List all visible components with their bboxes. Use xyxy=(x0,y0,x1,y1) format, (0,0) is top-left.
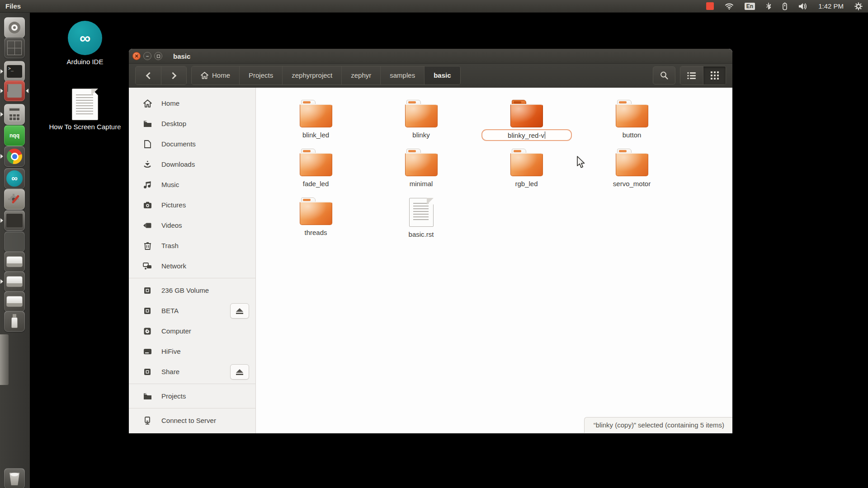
eject-button[interactable] xyxy=(230,303,249,319)
breadcrumb-label: basic xyxy=(434,66,451,84)
file-item-blink_led[interactable]: blink_led xyxy=(263,99,368,148)
sidebar-label: Share xyxy=(161,368,179,375)
launcher-item-chrome[interactable] xyxy=(4,146,25,167)
folder-icon-selected xyxy=(510,104,543,127)
launcher-item-drive-3[interactable] xyxy=(4,291,25,312)
file-item-basic-rst[interactable]: basic.rst xyxy=(368,197,474,246)
launcher-item-drive-2[interactable] xyxy=(4,271,25,292)
recording-indicator-icon[interactable] xyxy=(706,2,714,10)
forward-button[interactable] xyxy=(161,66,186,84)
file-item-servo_motor[interactable]: servo_motor xyxy=(579,148,684,197)
file-item-threads[interactable]: threads xyxy=(263,197,368,246)
sidebar-item-desktop[interactable]: Desktop xyxy=(129,113,255,134)
launcher-item-arduino[interactable]: ∞ xyxy=(4,168,25,189)
clock[interactable]: 1:42 PM xyxy=(818,2,844,10)
sidebar-label: Network xyxy=(161,262,186,270)
launcher-item-calculator[interactable] xyxy=(4,104,25,125)
sidebar-item-documents[interactable]: Documents xyxy=(129,134,255,154)
home-icon xyxy=(201,72,208,79)
system-tray: En 1:42 PM xyxy=(706,2,863,10)
keyboard-layout-indicator[interactable]: En xyxy=(745,3,755,10)
breadcrumb-samples[interactable]: samples xyxy=(380,66,424,84)
sidebar-label: Desktop xyxy=(161,120,186,127)
file-view[interactable]: blink_led blinky blinky_red-v xyxy=(256,88,732,433)
sidebar-item-trash[interactable]: Trash xyxy=(129,235,255,256)
folder-icon xyxy=(616,153,648,176)
file-item-blinky[interactable]: blinky xyxy=(368,99,474,148)
sidebar-item-projects[interactable]: Projects xyxy=(129,386,255,406)
launcher-item-system-tools[interactable] xyxy=(4,189,25,210)
file-grid: blink_led blinky blinky_red-v xyxy=(263,99,684,246)
toolbar: Home Projects zephyrproject zephyr sampl… xyxy=(129,64,732,88)
breadcrumb-basic[interactable]: basic xyxy=(424,66,460,84)
titlebar[interactable]: ✕ – basic xyxy=(129,49,732,64)
file-label: fade_led xyxy=(303,180,329,188)
session-gear-icon[interactable] xyxy=(854,2,863,10)
breadcrumb-projects[interactable]: Projects xyxy=(239,66,282,84)
launcher-item-notepadqq[interactable]: nqq xyxy=(4,125,25,146)
launcher-item-usb-drive[interactable] xyxy=(4,311,25,332)
rename-input[interactable]: blinky_red-v xyxy=(481,129,572,141)
file-item-minimal[interactable]: minimal xyxy=(368,148,474,197)
desktop-icon-arduino-ide[interactable]: ∞ Arduino IDE xyxy=(49,21,121,66)
sidebar-item-share[interactable]: Share xyxy=(129,361,255,382)
chrome-icon xyxy=(7,149,22,164)
workspaces-icon xyxy=(7,41,22,55)
desktop-icon-how-to-screen-capture[interactable]: How To Screen Capture xyxy=(35,89,135,131)
launcher-item-app[interactable] xyxy=(4,231,25,252)
eject-button[interactable] xyxy=(230,364,249,380)
grid-view-icon xyxy=(711,71,719,80)
back-button[interactable] xyxy=(136,66,161,84)
maximize-button[interactable] xyxy=(154,52,162,60)
breadcrumb-label: zephyr xyxy=(351,66,371,84)
file-label: basic.rst xyxy=(409,230,434,238)
breadcrumb-zephyrproject[interactable]: zephyrproject xyxy=(282,66,341,84)
sidebar-label: Computer xyxy=(161,327,191,335)
minimize-button[interactable]: – xyxy=(143,52,151,60)
chip-icon xyxy=(142,286,152,295)
launcher-item-ubuntu-dash[interactable] xyxy=(4,17,25,38)
volume-icon[interactable] xyxy=(798,3,807,10)
list-view-button[interactable] xyxy=(680,66,703,84)
breadcrumb-label: zephyrproject xyxy=(292,66,332,84)
file-item-renaming[interactable]: blinky_red-v xyxy=(474,99,579,148)
launcher-item-workspace-switcher[interactable] xyxy=(4,38,25,58)
battery-icon[interactable] xyxy=(782,2,788,10)
sidebar-item-pictures[interactable]: Pictures xyxy=(129,195,255,215)
sidebar-item-home[interactable]: Home xyxy=(129,93,255,113)
sidebar-item-beta[interactable]: BETA xyxy=(129,300,255,321)
sidebar-item-downloads[interactable]: Downloads xyxy=(129,154,255,174)
notepadqq-icon: nqq xyxy=(9,132,19,139)
gear-wrench-icon xyxy=(7,192,22,207)
chip-icon xyxy=(142,368,152,376)
breadcrumb-home[interactable]: Home xyxy=(192,66,239,84)
folder-icon xyxy=(510,153,543,176)
launcher-item-trash[interactable] xyxy=(4,468,25,488)
sidebar-label: Pictures xyxy=(161,201,186,209)
close-button[interactable]: ✕ xyxy=(132,52,141,60)
status-bar: “blinky (copy)” selected (containing 5 i… xyxy=(584,417,732,433)
search-button[interactable] xyxy=(653,66,675,84)
breadcrumb-zephyr[interactable]: zephyr xyxy=(341,66,380,84)
sidebar-label: Documents xyxy=(161,140,196,148)
sidebar-item-network[interactable]: Network xyxy=(129,256,255,276)
sidebar-item-hifive[interactable]: HiFive xyxy=(129,341,255,361)
sidebar-item-computer[interactable]: Computer xyxy=(129,321,255,341)
active-app-name[interactable]: Files xyxy=(5,2,21,10)
sidebar-item-236-gb-volume[interactable]: 236 GB Volume xyxy=(129,280,255,300)
file-item-rgb_led[interactable]: rgb_led xyxy=(474,148,579,197)
launcher-item-drive-1[interactable] xyxy=(4,251,25,272)
launcher-item-files[interactable] xyxy=(4,80,25,101)
launcher-item-video-editor[interactable] xyxy=(4,210,25,231)
grid-view-button[interactable] xyxy=(703,66,726,84)
bluetooth-icon[interactable] xyxy=(766,2,771,10)
wifi-icon[interactable] xyxy=(725,3,734,10)
file-item-button[interactable]: button xyxy=(579,99,684,148)
sidebar-item-connect-to-server[interactable]: Connect to Server xyxy=(129,410,255,431)
file-item-fade_led[interactable]: fade_led xyxy=(263,148,368,197)
document-icon xyxy=(409,198,434,227)
folder-icon xyxy=(616,104,648,127)
sidebar-item-music[interactable]: Music xyxy=(129,174,255,195)
sidebar-item-videos[interactable]: Videos xyxy=(129,215,255,235)
launcher-item-terminal[interactable]: >_ xyxy=(4,61,25,82)
